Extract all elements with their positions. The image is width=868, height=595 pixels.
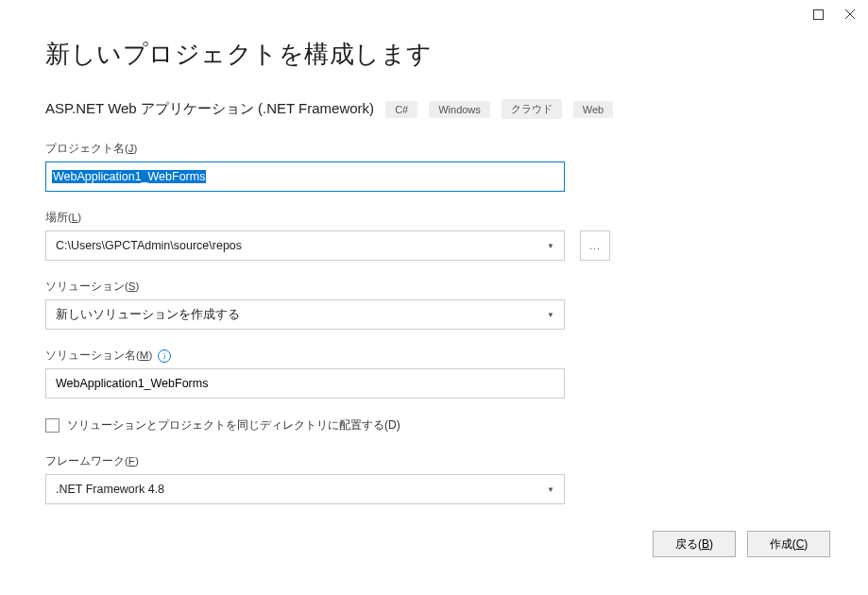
location-combo[interactable]: C:\Users\GPCTAdmin\source\repos ▼ (45, 230, 565, 261)
solution-combo[interactable]: 新しいソリューションを作成する ▼ (45, 299, 565, 330)
solution-name-input[interactable] (45, 368, 565, 399)
location-label: 場所(L) (45, 211, 823, 225)
location-value: C:\Users\GPCTAdmin\source\repos (56, 239, 242, 252)
browse-button[interactable]: ... (580, 230, 610, 261)
back-button[interactable]: 戻る(B) (653, 531, 736, 557)
info-icon[interactable]: i (158, 349, 171, 363)
tag-csharp: C# (385, 101, 417, 118)
page-title: 新しいプロジェクトを構成します (45, 38, 823, 71)
solution-label: ソリューション(S) (45, 280, 823, 294)
framework-value: .NET Framework 4.8 (56, 483, 164, 496)
tag-cloud: クラウド (502, 99, 562, 119)
same-directory-label: ソリューションとプロジェクトを同じディレクトリに配置する(D) (67, 417, 400, 434)
maximize-button[interactable] (811, 8, 825, 21)
tag-web: Web (573, 101, 613, 118)
svg-rect-0 (813, 9, 823, 19)
template-name: ASP.NET Web アプリケーション (.NET Framework) (45, 100, 374, 118)
same-directory-checkbox[interactable] (45, 418, 60, 433)
solution-value: 新しいソリューションを作成する (56, 307, 240, 323)
framework-combo[interactable]: .NET Framework 4.8 ▼ (45, 474, 565, 504)
project-name-input[interactable]: WebApplication1_WebForms (45, 162, 565, 192)
framework-label: フレームワーク(F) (45, 454, 823, 468)
project-name-label: プロジェクト名(J) (45, 142, 823, 156)
template-row: ASP.NET Web アプリケーション (.NET Framework) C#… (45, 99, 823, 119)
solution-name-label: ソリューション名(M) i (45, 348, 823, 363)
tag-windows: Windows (429, 101, 490, 118)
create-button[interactable]: 作成(C) (747, 531, 830, 557)
chevron-down-icon: ▼ (547, 311, 554, 319)
chevron-down-icon: ▼ (547, 485, 554, 494)
chevron-down-icon: ▼ (547, 242, 554, 250)
close-button[interactable] (843, 8, 857, 21)
